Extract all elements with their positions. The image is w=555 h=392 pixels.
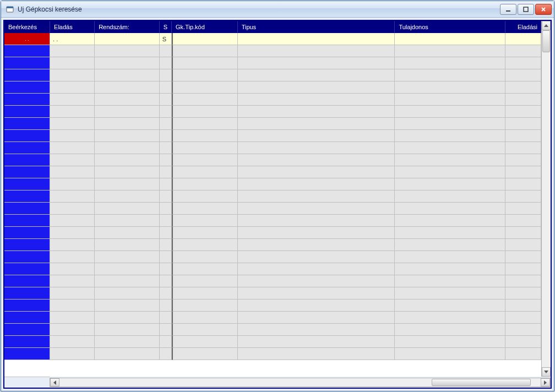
table-row[interactable]: [4, 69, 541, 81]
cell-rendszam[interactable]: [95, 94, 160, 106]
cell-beerkezes[interactable]: [4, 348, 50, 360]
cell-tulajdonos[interactable]: [395, 130, 505, 142]
data-grid[interactable]: BeérkezésEladásRendszám:SGk.Tip.kódTipus…: [3, 20, 552, 389]
cell-rendszam[interactable]: [95, 324, 160, 336]
table-row[interactable]: [4, 324, 541, 336]
cell-gktipkod[interactable]: [172, 336, 238, 348]
cell-tipus[interactable]: [238, 130, 395, 142]
table-row[interactable]: [4, 227, 541, 239]
cell-tulajdonos[interactable]: [395, 275, 505, 287]
cell-eladasi[interactable]: [505, 239, 541, 251]
cell-beerkezes[interactable]: [4, 106, 50, 118]
cell-s[interactable]: [160, 251, 172, 263]
cell-gktipkod[interactable]: [172, 33, 238, 45]
cell-rendszam[interactable]: [95, 287, 160, 300]
cell-beerkezes[interactable]: [4, 45, 50, 57]
cell-rendszam[interactable]: [95, 312, 160, 324]
cell-tipus[interactable]: [238, 166, 395, 178]
cell-gktipkod[interactable]: [172, 154, 238, 166]
cell-beerkezes[interactable]: [4, 154, 50, 166]
cell-rendszam[interactable]: [95, 33, 160, 45]
cell-eladas[interactable]: [50, 203, 95, 215]
scroll-up-button[interactable]: [542, 21, 551, 30]
cell-rendszam[interactable]: [95, 154, 160, 166]
cell-tipus[interactable]: [238, 300, 395, 312]
vscroll-thumb[interactable]: [542, 30, 550, 52]
cell-rendszam[interactable]: [95, 118, 160, 130]
cell-tulajdonos[interactable]: [395, 57, 505, 69]
cell-beerkezes[interactable]: [4, 190, 50, 203]
cell-tipus[interactable]: [238, 239, 395, 251]
cell-s[interactable]: [160, 312, 172, 324]
cell-eladasi[interactable]: [505, 263, 541, 275]
cell-tipus[interactable]: [238, 251, 395, 263]
cell-s[interactable]: [160, 106, 172, 118]
cell-eladasi[interactable]: [505, 203, 541, 215]
cell-tulajdonos[interactable]: [395, 239, 505, 251]
cell-gktipkod[interactable]: [172, 69, 238, 81]
cell-gktipkod[interactable]: [172, 142, 238, 154]
cell-tulajdonos[interactable]: [395, 312, 505, 324]
cell-tulajdonos[interactable]: [395, 94, 505, 106]
cell-s[interactable]: [160, 57, 172, 69]
cell-eladas[interactable]: [50, 130, 95, 142]
column-header-eladas[interactable]: Eladás: [50, 21, 95, 33]
cell-beerkezes[interactable]: [4, 239, 50, 251]
column-header-beerkezes[interactable]: Beérkezés: [4, 21, 50, 33]
cell-beerkezes[interactable]: [4, 166, 50, 178]
cell-gktipkod[interactable]: [172, 287, 238, 300]
cell-tipus[interactable]: [238, 190, 395, 203]
cell-rendszam[interactable]: [95, 106, 160, 118]
table-row[interactable]: [4, 166, 541, 178]
cell-tipus[interactable]: [238, 275, 395, 287]
cell-s[interactable]: [160, 118, 172, 130]
cell-rendszam[interactable]: [95, 130, 160, 142]
cell-beerkezes[interactable]: [4, 130, 50, 142]
cell-tulajdonos[interactable]: [395, 336, 505, 348]
grid-header-row[interactable]: BeérkezésEladásRendszám:SGk.Tip.kódTipus…: [4, 21, 541, 33]
cell-s[interactable]: [160, 215, 172, 227]
cell-s[interactable]: [160, 287, 172, 300]
cell-rendszam[interactable]: [95, 190, 160, 203]
cell-eladas[interactable]: [50, 45, 95, 57]
table-row[interactable]: [4, 287, 541, 300]
cell-beerkezes[interactable]: [4, 287, 50, 300]
table-row[interactable]: [4, 106, 541, 118]
cell-tipus[interactable]: [238, 336, 395, 348]
cell-gktipkod[interactable]: [172, 178, 238, 190]
cell-s[interactable]: [160, 142, 172, 154]
close-button[interactable]: [535, 4, 552, 15]
cell-eladasi[interactable]: [505, 348, 541, 360]
cell-eladasi[interactable]: [505, 251, 541, 263]
cell-eladasi[interactable]: [505, 178, 541, 190]
table-row[interactable]: [4, 178, 541, 190]
cell-tulajdonos[interactable]: [395, 154, 505, 166]
cell-eladas[interactable]: [50, 275, 95, 287]
scroll-left-button[interactable]: [50, 378, 59, 386]
cell-beerkezes[interactable]: [4, 142, 50, 154]
cell-s[interactable]: S: [160, 33, 172, 45]
cell-gktipkod[interactable]: [172, 166, 238, 178]
cell-tulajdonos[interactable]: [395, 300, 505, 312]
cell-rendszam[interactable]: [95, 142, 160, 154]
cell-eladas[interactable]: [50, 227, 95, 239]
table-row[interactable]: [4, 81, 541, 94]
cell-s[interactable]: [160, 81, 172, 94]
cell-s[interactable]: [160, 336, 172, 348]
cell-beerkezes[interactable]: [4, 275, 50, 287]
cell-eladas[interactable]: [50, 215, 95, 227]
table-row[interactable]: [4, 312, 541, 324]
cell-rendszam[interactable]: [95, 300, 160, 312]
cell-tipus[interactable]: [238, 69, 395, 81]
cell-eladasi[interactable]: [505, 227, 541, 239]
cell-tulajdonos[interactable]: [395, 69, 505, 81]
cell-beerkezes[interactable]: . .: [4, 33, 50, 45]
table-row[interactable]: [4, 275, 541, 287]
cell-s[interactable]: [160, 324, 172, 336]
cell-s[interactable]: [160, 94, 172, 106]
cell-tipus[interactable]: [238, 57, 395, 69]
cell-gktipkod[interactable]: [172, 118, 238, 130]
table-row[interactable]: [4, 300, 541, 312]
cell-eladasi[interactable]: [505, 45, 541, 57]
cell-eladasi[interactable]: [505, 275, 541, 287]
